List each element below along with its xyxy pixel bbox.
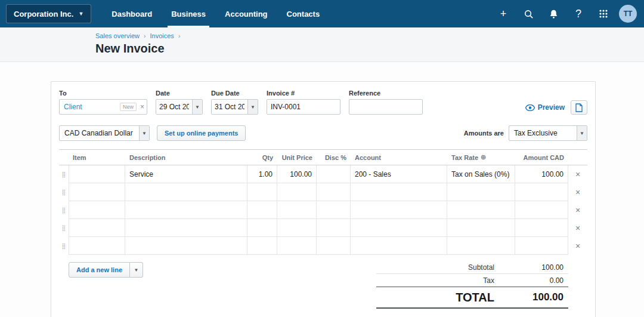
currency-select[interactable]: CAD Canadian Dollar ▼ (59, 125, 150, 141)
disc-cell[interactable] (317, 183, 351, 201)
subtotal-label: Subtotal (376, 263, 503, 272)
delete-row-icon[interactable]: × (568, 237, 587, 255)
disc-cell[interactable] (317, 219, 351, 237)
currency-value: CAD Canadian Dollar (60, 129, 139, 137)
contact-value: Client (64, 103, 120, 111)
delete-row-icon[interactable]: × (568, 183, 587, 201)
item-cell[interactable] (69, 183, 125, 201)
disc-cell[interactable] (317, 237, 351, 255)
date-input[interactable] (156, 100, 192, 114)
amounts-are-dropdown-icon[interactable]: ▼ (577, 126, 587, 140)
amount-cell[interactable] (515, 237, 568, 255)
description-cell[interactable] (125, 219, 247, 237)
table-header-row: Item Description Qty Unit Price Disc % A… (59, 149, 587, 165)
description-cell[interactable] (125, 183, 247, 201)
account-cell[interactable] (351, 219, 447, 237)
preview-button[interactable]: Preview (525, 103, 565, 112)
item-cell[interactable] (69, 237, 125, 255)
qty-cell[interactable] (247, 237, 277, 255)
amounts-are-select[interactable]: Tax Exclusive ▼ (509, 125, 587, 141)
nav-item-accounting[interactable]: Accounting (215, 0, 277, 27)
amounts-are-area: Amounts are Tax Exclusive ▼ (464, 125, 587, 141)
tax-rate-cell[interactable] (447, 183, 515, 201)
account-cell[interactable] (351, 201, 447, 219)
reference-input[interactable] (349, 99, 423, 115)
unit-price-cell[interactable] (277, 201, 317, 219)
add-line-dropdown-icon[interactable]: ▼ (130, 262, 143, 278)
account-cell[interactable] (351, 237, 447, 255)
currency-dropdown-icon[interactable]: ▼ (139, 126, 149, 140)
org-selector[interactable]: Corporation Inc. ▼ (6, 4, 91, 23)
table-row: ⣿ × (59, 201, 587, 219)
tax-rate-cell[interactable]: Tax on Sales (0%) (447, 165, 515, 183)
amount-cell[interactable]: 100.00 (515, 165, 568, 183)
apps-grid-icon[interactable] (594, 4, 613, 23)
amounts-are-label: Amounts are (464, 130, 504, 137)
drag-handle-icon[interactable]: ⣿ (59, 201, 69, 219)
account-cell[interactable]: 200 - Sales (351, 165, 447, 183)
amount-cell[interactable] (515, 219, 568, 237)
options-row: CAD Canadian Dollar ▼ Set up online paym… (59, 125, 587, 141)
tax-rate-cell[interactable] (447, 219, 515, 237)
due-date-field-group: Due Date ▼ (211, 90, 258, 115)
breadcrumb-sales-overview[interactable]: Sales overview (95, 32, 140, 39)
date-calendar-dropdown-icon[interactable]: ▼ (192, 100, 202, 114)
description-cell[interactable]: Service (125, 165, 247, 183)
add-new-line-button[interactable]: Add a new line (69, 262, 130, 278)
qty-cell[interactable] (247, 219, 277, 237)
delete-row-icon[interactable]: × (568, 165, 587, 183)
export-button[interactable] (571, 100, 587, 115)
invoice-number-label: Invoice # (267, 90, 340, 97)
tax-rate-cell[interactable] (447, 201, 515, 219)
disc-cell[interactable] (317, 165, 351, 183)
amount-cell[interactable] (515, 201, 568, 219)
avatar[interactable]: TT (619, 5, 637, 23)
tax-rate-cell[interactable] (447, 237, 515, 255)
unit-price-cell[interactable] (277, 237, 317, 255)
clear-contact-icon[interactable]: × (140, 103, 144, 111)
tax-row: Tax 0.00 (376, 274, 568, 287)
invoice-number-input[interactable] (267, 99, 340, 115)
notifications-bell-icon[interactable] (544, 4, 563, 23)
item-cell[interactable] (69, 201, 125, 219)
add-icon[interactable]: + (494, 4, 513, 23)
drag-handle-icon[interactable]: ⣿ (59, 183, 69, 201)
setup-online-payments-button[interactable]: Set up online payments (157, 125, 246, 141)
document-icon (575, 103, 583, 112)
qty-cell[interactable] (247, 183, 277, 201)
delete-row-icon[interactable]: × (568, 219, 587, 237)
item-cell[interactable] (69, 219, 125, 237)
description-cell[interactable] (125, 201, 247, 219)
column-header-description: Description (125, 154, 247, 161)
breadcrumb-invoices[interactable]: Invoices (150, 32, 174, 39)
item-cell[interactable] (69, 165, 125, 183)
unit-price-cell[interactable] (277, 219, 317, 237)
table-row: ⣿ × (59, 219, 587, 237)
unit-price-cell[interactable]: 100.00 (277, 165, 317, 183)
drag-handle-icon[interactable]: ⣿ (59, 237, 69, 255)
breadcrumb: Sales overview › Invoices › (95, 32, 644, 39)
description-cell[interactable] (125, 237, 247, 255)
amount-cell[interactable] (515, 183, 568, 201)
due-date-calendar-dropdown-icon[interactable]: ▼ (247, 100, 258, 114)
unit-price-cell[interactable] (277, 183, 317, 201)
contact-input[interactable]: Client New × (59, 99, 147, 115)
invoice-fields-row: To Client New × Date ▼ Due Date ▼ Invoic… (59, 90, 587, 115)
page-header: Sales overview › Invoices › New Invoice (0, 27, 644, 62)
delete-row-icon[interactable]: × (568, 201, 587, 219)
due-date-input[interactable] (212, 100, 247, 114)
help-icon[interactable]: ? (569, 4, 588, 23)
amounts-are-value: Tax Exclusive (509, 129, 577, 137)
drag-handle-icon[interactable]: ⣿ (59, 219, 69, 237)
account-cell[interactable] (351, 183, 447, 201)
search-icon[interactable] (519, 4, 538, 23)
nav-item-dashboard[interactable]: Dashboard (102, 0, 162, 27)
to-field-group: To Client New × (59, 90, 147, 115)
nav-item-business[interactable]: Business (162, 0, 215, 27)
nav-item-contacts[interactable]: Contacts (277, 0, 330, 27)
disc-cell[interactable] (317, 201, 351, 219)
qty-cell[interactable] (247, 201, 277, 219)
add-tax-rate-icon[interactable]: ⊕ (481, 153, 486, 161)
drag-handle-icon[interactable]: ⣿ (59, 165, 69, 183)
qty-cell[interactable]: 1.00 (247, 165, 277, 183)
